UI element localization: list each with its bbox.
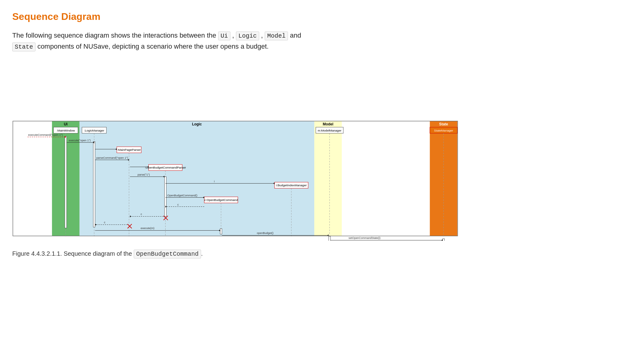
intro-paragraph: The following sequence diagram shows the… <box>12 30 630 52</box>
logic-label: Logic <box>192 122 202 126</box>
mainwindow-box: :MainWindow <box>57 129 75 132</box>
msg-c1-label: c <box>177 203 179 206</box>
svg-rect-23 <box>220 228 222 234</box>
logicmanager-box: :LogicManager <box>84 129 105 132</box>
msg-executem-label: execute(m) <box>141 227 155 230</box>
svg-rect-25 <box>443 239 445 241</box>
code-ui: Ui <box>218 32 230 40</box>
caption-code: OpenBudgetCommand <box>134 250 201 258</box>
msg-openbudgetcommand-label: :OpenBudgetCommand() <box>167 194 197 197</box>
msg-c3-label: c <box>104 221 106 224</box>
figure-caption: Figure 4.4.3.2.1.1. Sequence diagram of … <box>12 249 630 259</box>
msg-budgetindex-label: i <box>214 180 215 183</box>
msg-execute-label: execute("open 1") <box>69 139 91 142</box>
svg-rect-1 <box>80 121 314 236</box>
svg-rect-20 <box>65 136 67 228</box>
msg-parse-label: parse("1") <box>138 173 150 176</box>
sequence-diagram-svg: Ui Logic Model State :MainWindow :LogicM… <box>12 61 630 241</box>
code-logic: Logic <box>236 32 259 40</box>
svg-rect-2 <box>314 121 342 236</box>
msg-c2-label: c <box>141 213 142 216</box>
msg-executecommand-label: executeCommand("open 1") <box>28 133 63 136</box>
sequence-diagram-container: Ui Logic Model State :MainWindow :LogicM… <box>12 61 630 243</box>
svg-rect-22 <box>165 177 166 217</box>
msg-parsecommand-label: parseCommand("open 1") <box>96 156 128 159</box>
svg-rect-21 <box>93 142 95 227</box>
openbudgetparser-box: :OpenBudgetCommandParser <box>145 166 186 169</box>
mainpageparser-box: :MainPageParser <box>117 148 141 151</box>
ui-label: Ui <box>64 122 68 126</box>
budgetindex-box: i:BudgetIndexManager <box>276 184 307 187</box>
code-state: State <box>12 43 35 51</box>
modelmanager-box: m:ModelManager <box>318 129 342 132</box>
openbudgetcmd-box: c:OpenBudgetCommand <box>204 198 238 202</box>
msg-setopenstate1-label: setOpenCommandState(i) <box>349 236 380 240</box>
svg-rect-24 <box>329 236 330 241</box>
page-title: Sequence Diagram <box>12 9 630 24</box>
model-label: Model <box>323 122 334 126</box>
code-model: Model <box>265 32 288 40</box>
state-label: State <box>439 122 448 126</box>
msg-openbudget-label: openBudget() <box>257 232 273 235</box>
statemanager-box: StateManager <box>434 129 453 132</box>
